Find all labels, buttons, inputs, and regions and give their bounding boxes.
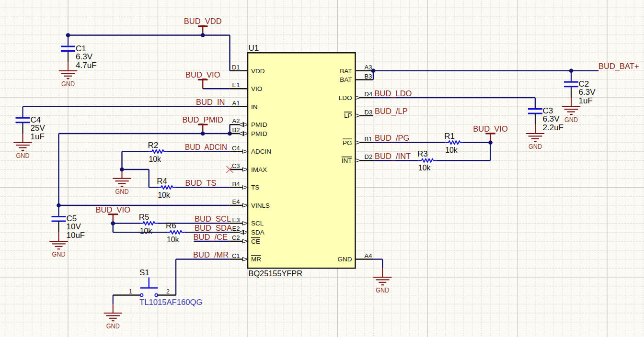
svg-text:4.7uF: 4.7uF xyxy=(76,61,96,70)
svg-text:VDD: VDD xyxy=(251,67,265,75)
svg-text:IMAX: IMAX xyxy=(251,166,267,173)
svg-text:BQ25155YFPR: BQ25155YFPR xyxy=(249,269,303,278)
svg-text:BUD_IN: BUD_IN xyxy=(196,98,225,107)
svg-text:LDO: LDO xyxy=(339,94,352,101)
svg-text:VIO: VIO xyxy=(251,85,262,92)
svg-text:BUD_/MR: BUD_/MR xyxy=(193,250,229,259)
svg-text:C4: C4 xyxy=(232,145,240,152)
svg-text:E2: E2 xyxy=(232,225,240,232)
svg-text:PMID: PMID xyxy=(251,121,267,128)
svg-text:C2: C2 xyxy=(232,234,240,241)
svg-text:2.2uF: 2.2uF xyxy=(543,123,564,132)
svg-text:1: 1 xyxy=(129,288,132,295)
svg-text:D1: D1 xyxy=(232,64,240,71)
svg-text:GND: GND xyxy=(564,116,578,124)
svg-text:S1: S1 xyxy=(139,268,150,277)
svg-text:BUD_VDD: BUD_VDD xyxy=(184,17,222,26)
svg-text:BUD_PMID: BUD_PMID xyxy=(183,115,223,124)
svg-text:6.3V: 6.3V xyxy=(579,88,596,97)
svg-text:BUD_VIO: BUD_VIO xyxy=(96,205,131,214)
svg-text:BUD_/PG: BUD_/PG xyxy=(375,134,409,143)
svg-text:6.3V: 6.3V xyxy=(76,52,93,61)
svg-text:PMID: PMID xyxy=(251,130,267,137)
svg-text:R5: R5 xyxy=(139,213,150,222)
svg-text:10k: 10k xyxy=(140,226,152,236)
svg-text:GND: GND xyxy=(529,143,542,150)
svg-text:GND: GND xyxy=(16,152,30,159)
svg-text:2: 2 xyxy=(166,288,170,295)
svg-text:A1: A1 xyxy=(232,100,240,107)
svg-text:U1: U1 xyxy=(249,44,259,53)
svg-text:TS: TS xyxy=(251,184,259,191)
svg-text:C1: C1 xyxy=(232,252,240,259)
svg-text:R4: R4 xyxy=(157,177,167,186)
svg-text:GND: GND xyxy=(338,256,352,263)
svg-text:R6: R6 xyxy=(166,221,176,230)
svg-text:MR: MR xyxy=(251,256,261,263)
svg-text:BUD_/CE: BUD_/CE xyxy=(194,233,228,242)
svg-text:SCL: SCL xyxy=(251,220,264,227)
svg-text:10V: 10V xyxy=(67,222,81,231)
svg-text:R1: R1 xyxy=(444,132,455,141)
svg-text:BUD_VIO: BUD_VIO xyxy=(473,124,508,134)
svg-text:E1: E1 xyxy=(232,81,240,89)
svg-text:C1: C1 xyxy=(76,44,86,53)
svg-text:PG: PG xyxy=(343,139,352,146)
svg-text:GND: GND xyxy=(61,80,75,88)
svg-text:R3: R3 xyxy=(417,149,428,158)
svg-text:1uF: 1uF xyxy=(31,132,45,141)
svg-text:BUD_SDA: BUD_SDA xyxy=(195,224,232,233)
svg-text:B1: B1 xyxy=(365,135,372,143)
svg-text:BUD_SCL: BUD_SCL xyxy=(195,214,231,224)
svg-text:BAT: BAT xyxy=(340,76,352,83)
svg-text:C4: C4 xyxy=(31,115,41,124)
svg-text:C3: C3 xyxy=(232,162,240,169)
svg-text:A2: A2 xyxy=(232,117,240,124)
svg-text:E4: E4 xyxy=(232,198,240,205)
svg-text:C2: C2 xyxy=(579,79,589,89)
svg-text:10k: 10k xyxy=(149,155,161,164)
svg-text:1uF: 1uF xyxy=(579,96,593,105)
svg-text:IN: IN xyxy=(251,103,258,111)
svg-text:6.3V: 6.3V xyxy=(543,114,560,124)
svg-text:10k: 10k xyxy=(158,191,170,200)
svg-text:GND: GND xyxy=(106,322,120,330)
svg-text:BUD_ADCIN: BUD_ADCIN xyxy=(185,143,227,152)
svg-text:GND: GND xyxy=(115,188,129,195)
svg-text:C3: C3 xyxy=(543,106,553,115)
svg-text:B3: B3 xyxy=(365,73,372,80)
svg-text:BUD_TS: BUD_TS xyxy=(185,179,217,188)
svg-text:10k: 10k xyxy=(418,163,431,172)
svg-text:10k: 10k xyxy=(167,235,179,244)
svg-text:BUD_VIO: BUD_VIO xyxy=(185,70,220,79)
svg-text:BUD_LDO: BUD_LDO xyxy=(375,89,412,98)
svg-text:A3: A3 xyxy=(365,64,372,71)
svg-text:LP: LP xyxy=(344,112,352,119)
svg-text:D2: D2 xyxy=(365,153,373,160)
svg-text:R2: R2 xyxy=(148,141,159,150)
svg-text:BUD_BAT+: BUD_BAT+ xyxy=(598,62,639,71)
svg-text:GND: GND xyxy=(376,286,389,294)
svg-text:D4: D4 xyxy=(365,90,373,98)
svg-text:D3: D3 xyxy=(365,109,373,116)
svg-text:CE: CE xyxy=(251,238,260,245)
svg-text:25V: 25V xyxy=(31,124,46,133)
svg-text:INT: INT xyxy=(342,157,352,164)
svg-text:A4: A4 xyxy=(365,252,372,259)
svg-text:VINLS: VINLS xyxy=(251,202,270,209)
svg-text:C5: C5 xyxy=(67,214,77,223)
svg-text:TL1015AF160QG: TL1015AF160QG xyxy=(139,298,203,307)
svg-text:BAT: BAT xyxy=(340,67,352,75)
svg-text:B4: B4 xyxy=(232,180,240,188)
svg-text:10uF: 10uF xyxy=(67,231,85,240)
svg-text:B2: B2 xyxy=(232,126,240,134)
svg-text:BUD_/LP: BUD_/LP xyxy=(375,107,408,116)
svg-text:SDA: SDA xyxy=(251,229,264,236)
svg-text:E3: E3 xyxy=(232,216,240,224)
svg-text:GND: GND xyxy=(52,250,66,258)
svg-text:BUD_/INT: BUD_/INT xyxy=(375,152,411,161)
svg-text:ADCIN: ADCIN xyxy=(251,148,271,155)
svg-text:10k: 10k xyxy=(445,146,458,155)
